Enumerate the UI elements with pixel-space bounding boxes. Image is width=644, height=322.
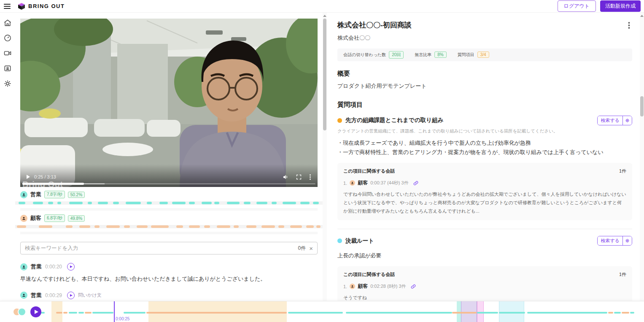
question-title: 先方の組織課題とこれまでの取り組み [345, 116, 443, 124]
timeline-segment [85, 312, 92, 314]
timeline-segment [146, 312, 287, 314]
meeting-more-options-icon[interactable] [626, 20, 633, 30]
timeline-segment [630, 312, 634, 314]
entry-text: 早速なんですけれども、本日ですね、お問い合わせいただきまして誠にありがとうござい… [20, 275, 318, 283]
timeline-segment [124, 312, 146, 314]
overview-text: プロダクト紹介用デモテンプレート [337, 82, 632, 90]
timeline-segment [608, 312, 613, 314]
brand-name: BRING OUT [28, 3, 65, 9]
customer-activity-track[interactable] [15, 225, 323, 228]
entry-play-button[interactable] [67, 263, 75, 271]
timeline-segment [92, 312, 113, 314]
company-name: 株式会社〇〇 [337, 34, 632, 42]
fullscreen-icon[interactable] [296, 174, 302, 180]
timeline-segment [41, 312, 45, 314]
clear-search-icon[interactable]: × [309, 245, 313, 252]
question-settings-button[interactable] [622, 116, 632, 125]
speaker-name: 営業 [30, 191, 41, 198]
brand-logo: BRING OUT [18, 3, 65, 10]
scrollbar-thumb[interactable] [323, 19, 326, 130]
timeline-play-button[interactable] [30, 306, 41, 317]
ref-meta: 0:02:28 (8秒) 3件 [370, 283, 406, 290]
related-count: 1件 [619, 168, 626, 174]
speech-rate-badge: 6.8字/秒 [44, 214, 65, 222]
scroll-up-icon[interactable] [640, 15, 644, 17]
timeline-speakers [13, 308, 26, 316]
create-activity-button[interactable]: 活動新規作成 [600, 0, 641, 12]
ref-quote: ですね今回問い合わせしていただいたのが弊社今ちょうどあの会社の拡大期でございまし… [343, 190, 626, 215]
home-icon[interactable] [3, 19, 12, 27]
video-time: 0:25 / 3:13 [34, 174, 56, 179]
gear-icon [625, 118, 630, 123]
link-icon[interactable] [410, 284, 416, 290]
transcript-search: 0件 × [20, 242, 318, 254]
link-icon[interactable] [413, 180, 419, 186]
timeline-segment [69, 312, 77, 314]
question-search-button[interactable]: 検索する [598, 116, 622, 125]
customer-avatar [350, 180, 355, 186]
scroll-up-icon[interactable] [323, 15, 326, 17]
talk-share-badge: 49.8% [68, 215, 85, 222]
sales-avatar [18, 308, 26, 316]
related-label: この項目に関係する会話 [343, 271, 395, 278]
search-result-count: 0件 [298, 245, 306, 252]
stat-label: 無言比率 [415, 52, 431, 58]
settings-gear-icon[interactable] [3, 79, 12, 88]
related-label: この項目に関係する会話 [343, 168, 395, 174]
talk-share-badge: 50.2% [68, 192, 85, 198]
speech-rate-badge: 7.8字/秒 [44, 191, 65, 198]
sales-activity-track[interactable] [15, 201, 323, 205]
entry-play-button[interactable] [67, 292, 75, 299]
video-more-options-icon[interactable] [309, 173, 312, 181]
ref-speaker: 顧客 [358, 283, 368, 290]
timeline-segment [499, 312, 525, 314]
meeting-title: 株式会社〇〇-初回商談 [337, 20, 412, 30]
entry-tag: 問いかけ文 [78, 292, 102, 298]
question-description: クライアントの営業組織にて、課題感、これまでの取り組みについて話されている箇所を… [337, 128, 632, 134]
video-play-icon[interactable] [27, 175, 30, 179]
contact-card-icon[interactable] [3, 64, 12, 73]
video-frame [20, 19, 318, 187]
speaker-sales-block: 営業 7.8字/秒 50.2% [20, 190, 318, 211]
call-stats-bar: 会話の切り替わった数 20回 無言比率 8% 質問項目 3/4 [337, 49, 632, 61]
panel-scrollbar[interactable] [323, 13, 327, 301]
timeline-segment [452, 312, 477, 314]
overview-heading: 概要 [337, 70, 632, 78]
question-title: 決裁ルート [345, 237, 374, 245]
timeline-segment [346, 312, 452, 314]
page-scrollbar[interactable] [640, 13, 644, 301]
timeline-segment [78, 312, 84, 314]
stat-value-badge: 8% [434, 51, 446, 58]
ref-meta: 0:00:37 (44秒) 3件 [370, 180, 409, 186]
video-player[interactable]: Bring Out 0:25 / 3:13 [20, 19, 318, 187]
question-item: 先方の組織課題とこれまでの取り組み 検索する クライアントの営業組織にて、課題感… [337, 116, 632, 230]
related-count: 1件 [619, 271, 626, 278]
search-input[interactable] [25, 245, 295, 251]
customer-avatar [350, 284, 355, 289]
question-dot-icon [337, 118, 342, 123]
gear-icon [625, 238, 630, 243]
volume-icon[interactable] [283, 174, 289, 180]
question-search-button[interactable]: 検索する [598, 236, 622, 245]
speaker-customer-block: 顧客 6.8字/秒 49.8% [20, 214, 318, 234]
scrollbar-thumb[interactable] [640, 96, 644, 116]
question-settings-button[interactable] [622, 236, 632, 245]
cube-logo-icon [18, 3, 25, 10]
sales-avatar [20, 263, 27, 271]
video-camera-icon[interactable] [3, 49, 12, 57]
video-played [22, 183, 84, 185]
timeline-segment [614, 312, 621, 314]
left-nav [0, 13, 15, 322]
dashboard-icon[interactable] [3, 34, 12, 42]
hamburger-menu-icon[interactable] [0, 0, 14, 13]
stat-label: 質問項目 [458, 52, 474, 58]
timeline-playhead[interactable]: 0:00:25 [114, 301, 115, 322]
stat-value-badge: 20回 [389, 51, 404, 59]
question-answer-line: ・現在成長フェーズであり、組織拡大を行う中で新人の立ち上げ効率化が急務 [337, 138, 632, 148]
question-answer-line: 上長の承認が必要 [337, 251, 632, 261]
timeline-segment [477, 312, 498, 314]
video-progress-bar[interactable] [22, 183, 315, 184]
logout-button[interactable]: ログアウト [558, 0, 596, 12]
customer-avatar [20, 215, 27, 222]
call-playback-panel: Bring Out 0:25 / 3:13 営業 [15, 13, 323, 322]
